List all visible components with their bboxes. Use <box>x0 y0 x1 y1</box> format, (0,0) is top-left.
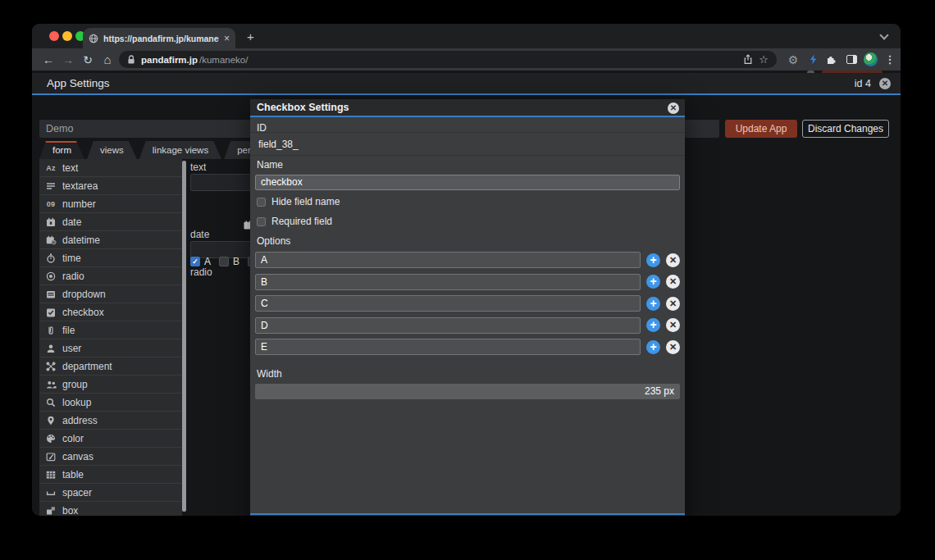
sidebar-item-file[interactable]: file <box>39 321 182 339</box>
back-icon[interactable]: ← <box>39 53 58 66</box>
sidebar-item-address[interactable]: address <box>39 412 182 430</box>
text-icon: Az <box>39 164 62 172</box>
chevron-down-icon[interactable] <box>879 30 888 39</box>
bookmark-star-icon[interactable]: ☆ <box>759 53 769 66</box>
option-input[interactable]: A <box>255 252 641 268</box>
sidebar-item-text[interactable]: Aztext <box>39 159 182 177</box>
canvas-icon <box>39 452 62 462</box>
side-panel-icon[interactable] <box>843 51 860 68</box>
update-app-button[interactable]: Update App <box>725 120 797 138</box>
traffic-light-minimize[interactable] <box>62 31 72 41</box>
sidebar-item-radio[interactable]: radio <box>39 267 182 285</box>
option-input[interactable]: D <box>255 317 641 334</box>
profile-avatar[interactable] <box>862 51 878 68</box>
time-icon <box>39 253 62 263</box>
close-settings-icon[interactable]: ✕ <box>879 78 891 89</box>
field-id-value: field_38_ <box>258 139 299 150</box>
remove-option-button[interactable]: ✕ <box>666 253 680 267</box>
spacer-icon <box>39 488 62 498</box>
field-name-input[interactable]: checkbox <box>255 175 680 190</box>
sidebar-item-table[interactable]: table <box>39 466 182 484</box>
sidebar-item-label: group <box>62 379 88 390</box>
sidebar-item-group[interactable]: group <box>39 376 182 394</box>
modal-close-icon[interactable]: ✕ <box>668 102 679 114</box>
sidebar-item-dropdown[interactable]: dropdown <box>39 285 182 303</box>
scrollbar-thumb[interactable] <box>182 161 186 512</box>
sidebar-item-box[interactable]: box <box>39 502 182 516</box>
options-list: A+✕B+✕C+✕D+✕E+✕ <box>255 252 680 361</box>
tab-close-icon[interactable]: × <box>224 34 230 43</box>
share-icon[interactable] <box>743 54 753 65</box>
name-label: Name <box>257 159 283 171</box>
remove-option-button[interactable]: ✕ <box>666 297 680 311</box>
unchecked-checkbox-icon[interactable] <box>257 198 266 207</box>
new-tab-button[interactable]: + <box>247 30 254 43</box>
browser-tab[interactable]: https://pandafirm.jp/kumaneko × <box>83 28 235 48</box>
checkbox-settings-modal: Checkbox Settings ✕ ID field_38_ Name ch… <box>250 99 685 516</box>
traffic-light-close[interactable] <box>49 31 59 41</box>
sidebar-item-label: spacer <box>62 487 92 499</box>
add-option-button[interactable]: + <box>646 318 660 332</box>
sidebar-item-user[interactable]: user <box>39 339 182 357</box>
option-row-D: D+✕ <box>255 317 680 334</box>
sidebar-item-checkbox[interactable]: checkbox <box>39 303 182 321</box>
unchecked-checkbox-icon[interactable] <box>257 217 266 226</box>
menu-dots-icon[interactable]: ⋮ <box>882 51 898 68</box>
sidebar-item-label: date <box>62 216 81 228</box>
sidebar-item-department[interactable]: department <box>39 357 182 376</box>
width-label: Width <box>257 368 282 380</box>
option-input[interactable]: C <box>255 295 641 312</box>
globe-icon <box>89 34 98 43</box>
gear-icon[interactable]: ⚙ <box>785 51 801 68</box>
discard-changes-button[interactable]: Discard Changes <box>802 120 889 138</box>
address-bar[interactable]: pandafirm.jp /kumaneko/ ☆ <box>119 51 777 68</box>
user-icon <box>39 344 62 353</box>
browser-window: https://pandafirm.jp/kumaneko × + ← → ↻ … <box>32 24 901 516</box>
sidebar-item-lookup[interactable]: lookup <box>39 394 182 412</box>
lookup-icon <box>39 398 62 407</box>
width-input[interactable]: 235 px <box>255 384 680 399</box>
option-input[interactable]: B <box>255 274 641 290</box>
sidebar-item-label: file <box>62 325 75 336</box>
table-icon <box>39 470 62 480</box>
dropdown-icon <box>39 289 62 299</box>
option-input[interactable]: E <box>255 339 641 355</box>
sidebar-item-textarea[interactable]: textarea <box>39 177 182 195</box>
bolt-icon[interactable] <box>805 51 821 68</box>
cancel-button[interactable]: Cancel <box>468 515 685 516</box>
sidebar-item-time[interactable]: time <box>39 249 182 267</box>
modal-checkbox-hide-field-name[interactable]: Hide field name <box>257 196 340 207</box>
sidebar-item-datetime[interactable]: datetime <box>39 231 182 249</box>
checked-checkbox-icon[interactable]: ✓ <box>190 257 200 266</box>
remove-option-button[interactable]: ✕ <box>666 340 680 354</box>
sidebar-item-date[interactable]: date <box>39 213 182 231</box>
option-row-B: B+✕ <box>255 274 680 290</box>
preview-checkbox-B[interactable]: B <box>219 256 239 267</box>
tab-linkage-views[interactable]: linkage views <box>139 141 221 159</box>
sidebar-scrollbar[interactable] <box>182 161 186 513</box>
add-option-button[interactable]: + <box>646 275 660 289</box>
sidebar-item-canvas[interactable]: canvas <box>39 448 182 466</box>
sidebar-item-label: lookup <box>62 397 91 408</box>
tab-views[interactable]: views <box>87 141 137 159</box>
modal-checkbox-required-field[interactable]: Required field <box>257 216 332 227</box>
remove-option-button[interactable]: ✕ <box>666 275 680 289</box>
preview-checkbox-A[interactable]: ✓A <box>190 256 211 267</box>
extensions-puzzle-icon[interactable] <box>823 51 839 68</box>
remove-option-button[interactable]: ✕ <box>666 318 680 332</box>
ok-button[interactable]: OK <box>250 515 468 516</box>
add-option-button[interactable]: + <box>646 253 660 267</box>
page-title: App Settings <box>47 77 110 89</box>
reload-icon[interactable]: ↻ <box>78 53 98 66</box>
forward-icon[interactable]: → <box>58 53 78 66</box>
sidebar-item-number[interactable]: 09number <box>39 195 182 213</box>
sidebar-item-color[interactable]: color <box>39 430 182 448</box>
add-option-button[interactable]: + <box>646 297 660 311</box>
color-icon <box>39 434 62 444</box>
sidebar-item-label: radio <box>62 271 84 282</box>
add-option-button[interactable]: + <box>646 340 660 354</box>
sidebar-item-spacer[interactable]: spacer <box>39 484 182 502</box>
home-icon[interactable]: ⌂ <box>98 52 117 66</box>
tab-form[interactable]: form <box>39 141 84 159</box>
unchecked-checkbox-icon[interactable] <box>219 257 229 266</box>
